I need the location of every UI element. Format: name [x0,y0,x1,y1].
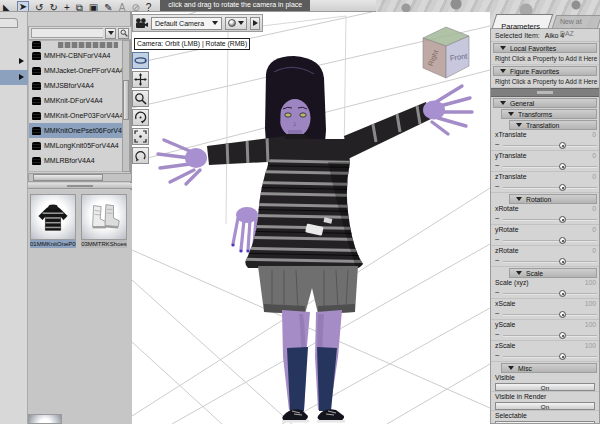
filter-input[interactable] [31,28,103,38]
camera-selector-dropdown[interactable]: Default Camera [151,17,222,30]
param-xscale: xScale100 − [491,299,599,320]
section-general[interactable]: General [493,98,597,108]
preset-thumbnail[interactable]: 03MMTRKShoes [81,194,127,248]
orbit-tool-icon[interactable] [132,52,149,69]
shoes-thumbnail[interactable] [81,194,127,240]
list-item-selected[interactable]: MMKnitOnePset06ForV4 [29,123,123,138]
tree-expander-icon[interactable] [19,58,24,64]
text-tool-icon[interactable]: A [119,3,126,12]
nudge-down-button[interactable]: − [495,352,500,360]
tree-expander-icon[interactable] [19,74,24,80]
list-item-partial[interactable] [29,41,123,48]
section-local-favorites[interactable]: Local Favorites [493,43,597,53]
clothing-icon [32,41,41,49]
param-value: 0 [592,152,597,161]
param-slider[interactable] [503,310,597,318]
camera-icon[interactable] [135,18,148,29]
param-value: 0 [592,226,597,235]
tab-new-at-daz[interactable]: New at DAZ [552,15,600,28]
disabled-tool-icon: ⊘ [131,3,139,12]
param-slider[interactable] [503,215,597,223]
param-ytranslate: yTranslate0 − [491,151,599,172]
section-scale[interactable]: Scale [509,268,597,278]
search-icon[interactable] [118,28,129,39]
drawstyle-dropdown[interactable] [225,17,247,30]
clothing-icon [32,142,41,150]
param-slider[interactable] [503,257,597,265]
list-item[interactable]: MMLRBforV4A4 [29,153,123,168]
shaded-sphere-icon [228,19,236,27]
section-translation[interactable]: Translation [509,120,597,130]
frame-tool-icon[interactable]: ⧉ [76,3,83,12]
section-figure-favorites[interactable]: Figure Favorites [493,66,597,76]
param-value: 0 [592,131,597,140]
clothing-icon [32,82,41,90]
param-slider[interactable] [503,331,597,339]
filter-dropdown-button[interactable] [105,28,116,39]
toggle-button[interactable]: On [495,402,595,410]
param-xrotate: xRotate0 − [491,204,599,225]
camera-mode-tooltip: Camera: Orbit (LMB) | Rotate (RMB) [134,38,250,50]
list-item[interactable]: MMJacket-OnePForV4A4 [29,63,123,78]
section-transforms[interactable]: Transforms [501,109,597,119]
clothing-icon [32,67,41,75]
select-cursor-icon[interactable]: ➤ [17,1,29,12]
frame-tool-icon[interactable] [132,128,149,145]
param-value: 100 [585,321,597,330]
param-slider[interactable] [503,289,597,297]
list-item[interactable]: MMHN-CBNForV4A4 [29,48,123,63]
panel-splitter[interactable] [28,183,132,189]
move-tool-icon[interactable]: + [64,3,70,12]
aim-tool-icon[interactable] [132,147,149,164]
list-vertical-scrollbar[interactable] [122,40,130,172]
content-file-list: MMHN-CBNForV4A4 MMJacket-OnePForV4A4 MMJ… [28,40,124,172]
nudge-down-button[interactable]: − [495,183,500,191]
filter-row [28,26,132,40]
pen-tool-icon[interactable]: ✎ [104,3,112,12]
rotate-tool-icon[interactable] [132,109,149,126]
nudge-down-button[interactable]: − [495,310,500,318]
viewport-3d[interactable]: Default Camera Camera: Orbit (LMB) | Rot… [132,12,490,424]
toggle-selectable: Selectable On [491,411,599,424]
tab-parameters[interactable]: Parameters [492,14,553,28]
nudge-down-button[interactable]: − [495,257,500,265]
list-item[interactable]: MMKnit-DForV4A4 [29,93,123,108]
param-slider[interactable] [503,352,597,360]
preset-thumbnail-partial[interactable] [28,414,62,424]
list-item[interactable]: MMLongKnit05ForV4A4 [29,138,123,153]
view-cube[interactable]: Front Right [420,24,472,82]
zoom-tool-icon[interactable] [132,90,149,107]
list-item-partial[interactable] [29,168,123,172]
rotate-ccw-icon[interactable]: ↺ [35,3,43,12]
nudge-down-button[interactable]: − [495,162,500,170]
clothing-icon [32,172,41,173]
nudge-down-button[interactable]: − [495,331,500,339]
section-misc[interactable]: Misc [501,363,597,373]
group-splitter[interactable] [491,88,599,97]
list-item[interactable]: MMJSBforV4A4 [29,78,123,93]
node-tool-icon[interactable]: ▣ [89,3,98,12]
nudge-down-button[interactable]: − [495,289,500,297]
help-icon[interactable]: ? [146,3,152,12]
nudge-down-button[interactable]: − [495,236,500,244]
render-icon[interactable]: ◣ [3,3,11,12]
param-slider[interactable] [503,183,597,191]
favorites-hint: Right Click a Property to Add it Here [491,53,599,65]
preset-thumbnail[interactable]: 01MMKnitOneP06 [30,194,76,248]
param-slider[interactable] [503,236,597,244]
nudge-down-button[interactable]: − [495,141,500,149]
section-rotation[interactable]: Rotation [509,194,597,204]
param-slider[interactable] [503,141,597,149]
panel-resize-grip[interactable] [490,210,491,236]
viewport-options-button[interactable] [250,17,260,30]
param-value: 100 [585,279,597,288]
toggle-button[interactable]: On [495,383,595,391]
list-horizontal-scrollbar[interactable] [28,173,132,182]
pan-tool-icon[interactable] [132,71,149,88]
param-slider[interactable] [503,162,597,170]
list-item[interactable]: MMKnit-OneP03ForV4A4 [29,108,123,123]
tree-tab[interactable] [0,18,18,28]
nudge-down-button[interactable]: − [495,215,500,223]
rotate-cw-icon[interactable]: ↻ [49,3,57,12]
sweater-thumbnail[interactable] [30,194,76,240]
